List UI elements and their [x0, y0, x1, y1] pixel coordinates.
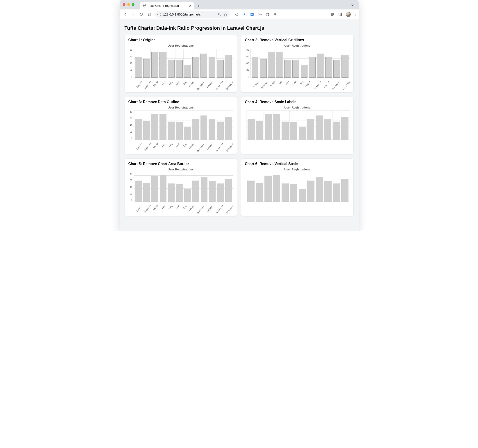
- svg-text:FI: FI: [251, 13, 253, 16]
- chart-grid: Chart 1: OriginalUser Registrations80604…: [125, 35, 354, 216]
- bar: [273, 175, 280, 202]
- home-button[interactable]: [146, 11, 153, 18]
- bar: [135, 119, 142, 140]
- side-panel-icon[interactable]: [338, 12, 343, 17]
- close-window-button[interactable]: [123, 3, 126, 6]
- bar: [333, 60, 340, 78]
- bars: [246, 111, 350, 140]
- bar: [273, 114, 280, 140]
- plot-area: [134, 111, 233, 140]
- plot-area: [134, 49, 233, 78]
- browser-tab[interactable]: Tufte Chart Progression ×: [140, 2, 194, 9]
- extension-recycle-icon[interactable]: [234, 12, 239, 17]
- card-title: Chart 5: Remove Chart Area Border: [128, 162, 233, 166]
- bar: [290, 184, 297, 202]
- back-button[interactable]: [122, 11, 129, 18]
- chart-card: Chart 2: Remove Vertical GridlinesUser R…: [241, 35, 354, 93]
- bar: [247, 180, 255, 202]
- bar: [264, 176, 272, 202]
- y-tick-label: 40: [128, 62, 132, 65]
- toolbar-right-group: [330, 12, 356, 17]
- bar: [168, 183, 175, 202]
- svg-point-0: [218, 13, 220, 15]
- extension-brackets-icon[interactable]: [258, 12, 262, 17]
- y-tick-label: 60: [128, 55, 132, 58]
- tab-title: Tufte Chart Progression: [148, 4, 179, 7]
- chart-area: 806040200: [128, 172, 233, 202]
- bars: [251, 49, 350, 78]
- chart-card: Chart 5: Remove Chart Area BorderUser Re…: [125, 158, 237, 216]
- bars: [134, 172, 233, 202]
- chart-title: User Registrations: [128, 106, 233, 109]
- reload-button[interactable]: [138, 11, 145, 18]
- bar: [225, 55, 232, 78]
- bars: [134, 111, 233, 140]
- bar: [324, 119, 331, 140]
- bar: [316, 177, 323, 202]
- y-tick-label: 80: [128, 111, 132, 113]
- y-tick-label: 20: [128, 193, 132, 195]
- profile-avatar[interactable]: [346, 12, 351, 17]
- y-tick-label: 40: [245, 62, 249, 65]
- maximize-window-button[interactable]: [132, 3, 134, 6]
- bar: [201, 116, 207, 140]
- bar: [135, 180, 142, 202]
- y-tick-label: 0: [128, 137, 132, 140]
- bar: [217, 122, 223, 140]
- chart-card: Chart 6: Remove Vertical ScaleUser Regis…: [241, 158, 354, 216]
- bar: [225, 179, 232, 202]
- new-tab-button[interactable]: ＋: [195, 2, 201, 9]
- bar: [143, 59, 150, 78]
- browser-window: Tufte Chart Progression × ＋ i 127.0.0.1:…: [120, 0, 358, 231]
- y-tick-label: 0: [245, 75, 249, 78]
- bar: [256, 121, 263, 140]
- url-text: 127.0.0.1:8000/tufte/charts: [163, 12, 216, 16]
- bar: [282, 122, 289, 140]
- tab-dropdown-button[interactable]: [350, 2, 355, 8]
- bar: [333, 122, 340, 140]
- zoom-icon[interactable]: [218, 12, 221, 16]
- bar: [284, 60, 291, 78]
- bar: [209, 119, 215, 140]
- forward-button[interactable]: [130, 11, 137, 18]
- x-tick-label: December: [226, 81, 240, 95]
- bar: [317, 54, 324, 78]
- y-tick-label: 20: [128, 69, 132, 71]
- chart-card: Chart 3: Remove Data OutlineUser Registr…: [125, 97, 237, 155]
- extensions-button[interactable]: [273, 12, 277, 17]
- y-tick-label: 60: [128, 179, 132, 182]
- bar: [299, 189, 306, 202]
- extensions-group: FI: [234, 12, 277, 17]
- x-tick-label: December: [342, 81, 357, 95]
- window-controls: [123, 3, 134, 6]
- x-tick-label: December: [226, 143, 240, 157]
- x-axis-labels: JanuaryFebruaryMarchAprilMayJuneJulyAugu…: [245, 79, 350, 90]
- bar: [176, 122, 183, 140]
- extension-github-icon[interactable]: [265, 12, 270, 17]
- chart-title: User Registrations: [245, 106, 350, 109]
- bar: [159, 114, 166, 140]
- bar: [324, 181, 332, 202]
- menu-button[interactable]: [354, 12, 356, 17]
- bar: [309, 57, 316, 78]
- close-tab-button[interactable]: ×: [189, 4, 191, 7]
- reading-list-icon[interactable]: [330, 12, 335, 17]
- bookmark-icon[interactable]: [224, 12, 227, 16]
- bar: [225, 117, 232, 140]
- extension-download-icon[interactable]: [242, 12, 247, 17]
- bar: [151, 114, 158, 140]
- bar: [282, 183, 289, 202]
- minimize-window-button[interactable]: [127, 3, 130, 6]
- address-bar[interactable]: i 127.0.0.1:8000/tufte/charts: [155, 11, 230, 18]
- y-tick-label: 20: [245, 69, 249, 71]
- bar: [209, 57, 215, 78]
- bars: [134, 49, 233, 78]
- y-tick-label: 80: [245, 49, 249, 51]
- bar: [192, 57, 199, 78]
- extension-fi-icon[interactable]: FI: [250, 12, 254, 17]
- y-tick-label: 20: [128, 131, 132, 133]
- y-tick-label: 40: [128, 124, 132, 126]
- site-info-icon[interactable]: i: [157, 12, 161, 16]
- y-axis-labels: 806040200: [128, 111, 134, 140]
- bar: [184, 189, 191, 202]
